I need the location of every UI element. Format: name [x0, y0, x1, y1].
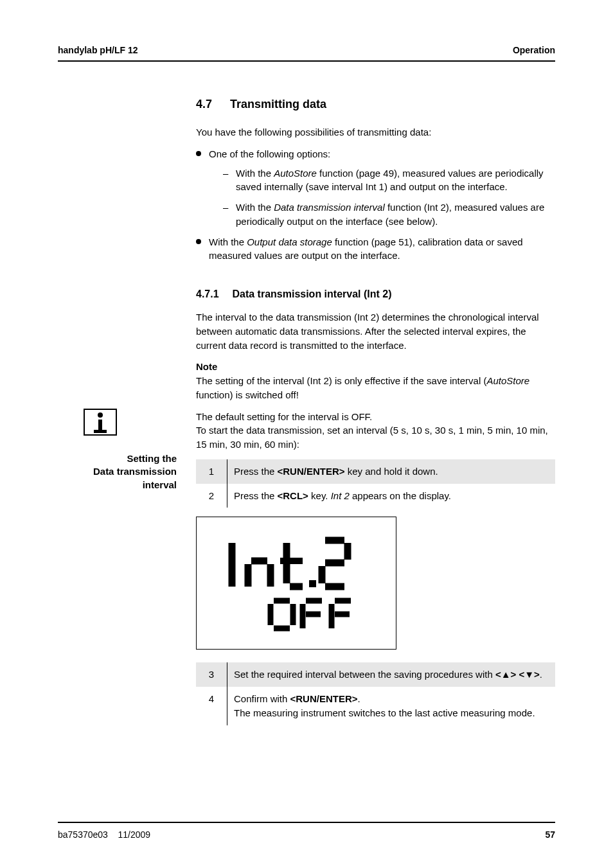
- step-2-row: 2 Press the <RCL> key. Int 2 appears on …: [196, 484, 555, 508]
- option-1b: With the Data transmission interval func…: [223, 200, 555, 229]
- s1-post: key and hold it down.: [345, 466, 438, 477]
- step-4-text: Confirm with <RUN/ENTER>. The measuring …: [227, 687, 556, 725]
- s4-pre: Confirm with: [234, 693, 290, 704]
- step-3-row: 3 Set the required interval between the …: [196, 662, 555, 687]
- subsection-number: 4.7.1: [196, 288, 229, 300]
- section-heading: 4.7 Transmitting data: [196, 98, 555, 111]
- note-post: function) is switched off!: [196, 389, 299, 400]
- lcd-display: [196, 517, 396, 650]
- option-1a: With the AutoStore function (page 49), m…: [223, 166, 555, 195]
- footer-left: ba75370e03 11/2009: [58, 829, 150, 840]
- s4-key: <RUN/ENTER>: [290, 693, 358, 704]
- step-1-text: Press the <RUN/ENTER> key and hold it do…: [227, 459, 556, 484]
- step-1-num: 1: [196, 459, 227, 484]
- note-heading: Note: [196, 361, 217, 372]
- subsection-title: Data transmission interval (Int 2): [232, 288, 391, 299]
- margin-line2: Data transmission: [93, 466, 177, 477]
- section-title: Transmitting data: [230, 98, 326, 111]
- step-4-row: 4 Confirm with <RUN/ENTER>. The measurin…: [196, 687, 555, 725]
- margin-line3: interval: [143, 479, 177, 490]
- steps-table-b: 3 Set the required interval between the …: [196, 662, 555, 725]
- lcd-svg: [213, 529, 380, 638]
- step-3-text: Set the required interval between the sa…: [227, 662, 556, 687]
- header-rule: [58, 60, 555, 62]
- setting-p2: To start the data transmission, set an i…: [196, 425, 548, 450]
- svg-rect-7: [309, 580, 316, 587]
- step-1-row: 1 Press the <RUN/ENTER> key and hold it …: [196, 459, 555, 484]
- s3-key2: <▼>: [519, 669, 539, 680]
- step-2-num: 2: [196, 484, 227, 508]
- o2-em: Output data storage: [247, 236, 332, 247]
- intro-para: You have the following possibilities of …: [196, 125, 555, 139]
- s1-pre: Press the: [234, 466, 278, 477]
- header-right: Operation: [513, 45, 555, 55]
- note-block: Note The setting of the interval (Int 2)…: [196, 360, 555, 402]
- option-2: With the Output data storage function (p…: [196, 235, 555, 263]
- info-icon: [84, 409, 117, 436]
- option-1: One of the following options: With the A…: [196, 147, 555, 229]
- steps-table-a: 1 Press the <RUN/ENTER> key and hold it …: [196, 459, 555, 508]
- footer-page-number: 57: [545, 829, 555, 840]
- note-em: AutoStore: [486, 375, 529, 386]
- s4-post: The measuring instrument switches to the…: [234, 707, 535, 718]
- note-pre: The setting of the interval (Int 2) is o…: [196, 375, 486, 386]
- subsection-para: The interval to the data transmission (I…: [196, 310, 555, 352]
- option-1-sublist: With the AutoStore function (page 49), m…: [223, 166, 555, 229]
- s3-key1: <▲>: [495, 669, 516, 680]
- section-number: 4.7: [196, 98, 227, 111]
- option-list: One of the following options: With the A…: [196, 147, 555, 263]
- o2-pre: With the: [209, 236, 247, 247]
- step-2-text: Press the <RCL> key. Int 2 appears on th…: [227, 484, 556, 508]
- page-footer: ba75370e03 11/2009 57: [58, 822, 555, 840]
- s3-pre: Set the required interval between the sa…: [234, 669, 495, 680]
- s2-key: <RCL>: [278, 490, 308, 501]
- s2-pre: Press the: [234, 490, 278, 501]
- o1b-pre: With the: [236, 202, 274, 213]
- footer-doc-id: ba75370e03: [58, 829, 108, 840]
- footer-rule: [58, 822, 555, 823]
- subsection-heading: 4.7.1 Data transmission interval (Int 2): [196, 288, 555, 300]
- s1-key: <RUN/ENTER>: [278, 466, 345, 477]
- setting-para: The default setting for the interval is …: [196, 410, 555, 452]
- s4-mid: .: [358, 693, 360, 704]
- s2-em: Int 2: [331, 490, 350, 501]
- step-4-num: 4: [196, 687, 227, 725]
- s2-post: appears on the display.: [350, 490, 451, 501]
- step-3-num: 3: [196, 662, 227, 687]
- s3-post: .: [540, 669, 542, 680]
- header-left: handylab pH/LF 12: [58, 45, 138, 55]
- o1a-pre: With the: [236, 168, 274, 179]
- footer-date: 11/2009: [118, 829, 150, 840]
- margin-line1: Setting the: [127, 453, 177, 464]
- o1b-em: Data transmission interval: [274, 202, 385, 213]
- s2-mid: key.: [308, 490, 331, 501]
- o1a-em: AutoStore: [274, 168, 317, 179]
- setting-p1: The default setting for the interval is …: [196, 411, 372, 422]
- option-1-lead: One of the following options:: [209, 148, 330, 159]
- margin-label: Setting the Data transmission interval: [58, 452, 177, 492]
